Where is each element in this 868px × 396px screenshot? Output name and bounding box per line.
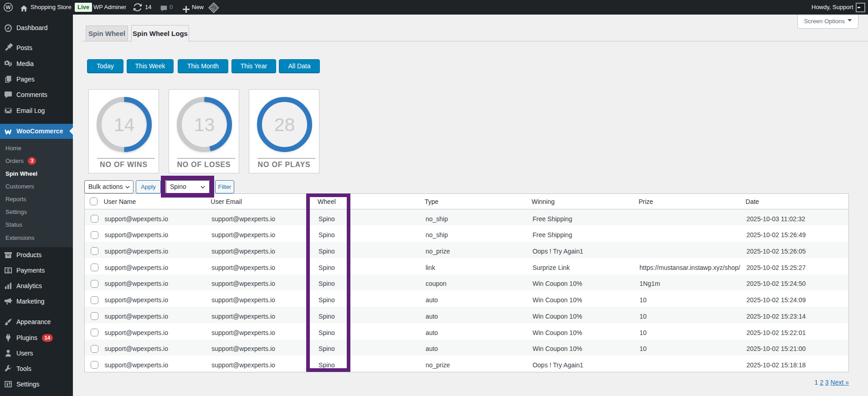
- svg-text:W: W: [6, 5, 11, 10]
- svg-text:28: 28: [274, 114, 295, 135]
- svg-text:14: 14: [114, 114, 135, 135]
- svg-text:13: 13: [194, 114, 215, 135]
